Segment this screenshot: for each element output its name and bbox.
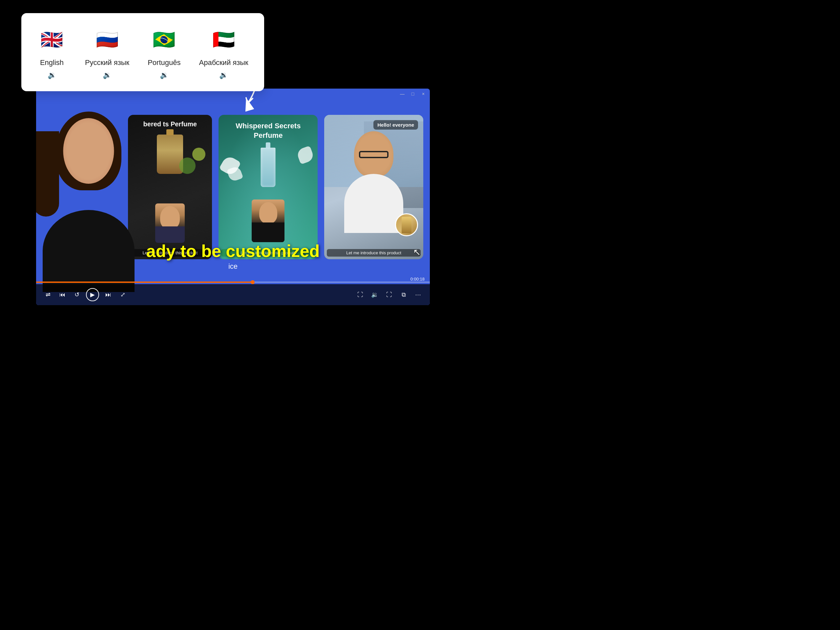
card-2-title: Whispered Secrets Perfume bbox=[218, 122, 317, 140]
video-window: — □ × bbox=[36, 88, 430, 305]
loop-button[interactable]: ↺ bbox=[71, 289, 82, 300]
maximize-button[interactable]: □ bbox=[410, 91, 415, 96]
main-subtitle-sub: ice bbox=[36, 262, 430, 271]
body-card-2 bbox=[252, 223, 284, 242]
lang-label-arabic: Арабский язык bbox=[199, 58, 248, 67]
person-card-2 bbox=[252, 199, 284, 242]
language-popup: 🇬🇧 English 🔉 🇷🇺 Русский язык 🔉 🇧🇷 Portug… bbox=[21, 13, 264, 91]
close-button[interactable]: × bbox=[421, 91, 426, 96]
random-button[interactable]: ⤢ bbox=[117, 289, 128, 300]
hair-side-decoration bbox=[36, 131, 59, 216]
volume-icon-english[interactable]: 🔉 bbox=[47, 71, 57, 79]
play-button[interactable]: ▶ bbox=[86, 288, 99, 301]
flag-russian: 🇷🇺 bbox=[93, 25, 122, 54]
body-card-1 bbox=[155, 226, 185, 243]
progress-fill bbox=[36, 281, 253, 283]
perfume-cap-2 bbox=[266, 142, 270, 148]
volume-icon-russian[interactable]: 🔉 bbox=[103, 71, 112, 79]
flower-3 bbox=[296, 146, 315, 165]
flag-english: 🇬🇧 bbox=[37, 25, 66, 54]
fullscreen-button[interactable]: ⛶ bbox=[384, 289, 395, 300]
person-card-1 bbox=[155, 204, 185, 243]
lang-label-portuguese: Português bbox=[148, 58, 180, 67]
glasses bbox=[359, 151, 388, 158]
prev-button[interactable]: ⏮ bbox=[57, 289, 68, 300]
lang-label-english: English bbox=[40, 58, 64, 67]
flag-portuguese: 🇧🇷 bbox=[149, 25, 179, 54]
citrus-2 bbox=[179, 158, 196, 174]
volume-icon-portuguese[interactable]: 🔉 bbox=[160, 71, 169, 79]
progress-time: 0:00:18 bbox=[411, 276, 425, 281]
flag-arabic: 🇦🇪 bbox=[209, 25, 238, 54]
progress-dot[interactable] bbox=[251, 280, 255, 284]
lang-label-russian: Русский язык bbox=[85, 58, 129, 67]
video-content: bered ts Perfume Let me introduce this p… bbox=[36, 88, 430, 305]
main-subtitle-overlay: ady to be customized ice bbox=[36, 241, 430, 271]
controls-right: ⛶ 🔉 ⛶ ⧉ ⋯ bbox=[355, 289, 423, 300]
citrus-1 bbox=[192, 148, 205, 161]
perfume-bottle-2 bbox=[261, 148, 276, 187]
screen-size-button[interactable]: ⛶ bbox=[355, 289, 366, 300]
volume-icon-arabic[interactable]: 🔉 bbox=[219, 71, 228, 79]
video-card-3[interactable]: Hello! everyone Let me introduce this pr… bbox=[324, 115, 423, 259]
mouse-cursor: ↖ bbox=[413, 247, 421, 257]
lang-english[interactable]: 🇬🇧 English 🔉 bbox=[37, 25, 66, 79]
perfume-cap-1 bbox=[166, 129, 174, 135]
next-button[interactable]: ⏭ bbox=[103, 289, 114, 300]
main-subtitle-text: ady to be customized bbox=[36, 241, 430, 261]
face-card-2 bbox=[259, 202, 277, 223]
video-controls: ⇌ ⏮ ↺ ▶ ⏭ ⤢ ⛶ 🔉 ⛶ ⧉ ⋯ bbox=[36, 284, 430, 305]
card-3-hello: Hello! everyone bbox=[373, 120, 418, 129]
lang-portuguese[interactable]: 🇧🇷 Português 🔉 bbox=[148, 25, 180, 79]
mini-perfume bbox=[402, 217, 412, 233]
video-card-2[interactable]: Whispered Secrets Perfume Let me introdu… bbox=[218, 115, 317, 259]
face-decoration bbox=[63, 118, 114, 184]
face-card-1 bbox=[160, 206, 180, 229]
man-face bbox=[354, 131, 393, 177]
video-progressbar[interactable] bbox=[36, 281, 430, 283]
volume-button[interactable]: 🔉 bbox=[369, 289, 380, 300]
lang-arabic[interactable]: 🇦🇪 Арабский язык 🔉 bbox=[199, 25, 248, 79]
man-body bbox=[344, 174, 403, 233]
product-circle-3 bbox=[395, 213, 418, 236]
pip-button[interactable]: ⧉ bbox=[398, 289, 409, 300]
shuffle-button[interactable]: ⇌ bbox=[43, 289, 53, 300]
more-button[interactable]: ⋯ bbox=[413, 289, 423, 300]
minimize-button[interactable]: — bbox=[399, 91, 405, 96]
lang-russian[interactable]: 🇷🇺 Русский язык 🔉 bbox=[85, 25, 129, 79]
